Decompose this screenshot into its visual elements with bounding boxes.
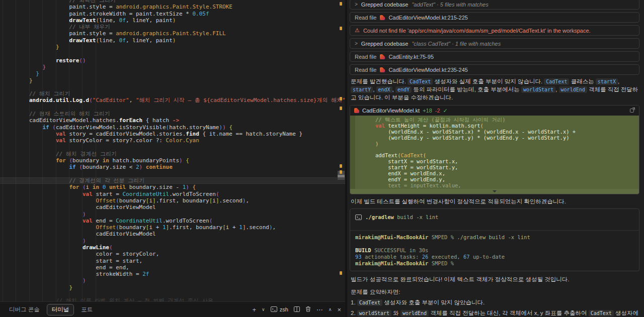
tool-row-warning[interactable]: ⚠Could not find file 'app/src/main/java/… (350, 25, 639, 36)
panel-tab-item[interactable]: 포트 (76, 304, 98, 315)
code-line: strokeWidth = 2f (3, 271, 345, 277)
diff-code-line: ) (350, 141, 639, 147)
code-line: Offset(boundary[i].first, boundary[i].se… (3, 197, 345, 204)
code-line: // 해치 경계선 그리기 (3, 151, 345, 157)
code-line: end = end, (3, 264, 345, 271)
vscode-window: // 외곽선 그리기 paint.style = android.graphic… (0, 0, 644, 317)
kotlin-file-icon (354, 108, 359, 113)
chevron-right-icon: > (355, 2, 358, 7)
tool-row-read-file[interactable]: Read fileCadEntity.kt:75-95 (350, 51, 639, 62)
inline-code-chip: endY (395, 86, 412, 93)
overview-warning-marker (340, 170, 342, 174)
panel-tabs: 디버그 콘솔터미널포트 (4, 304, 100, 315)
code-line: // 해치 이름 라벨 위치 계산 — 첫 번째 경계선 중심 사용 (3, 297, 345, 301)
inline-code-chip: worldStart (521, 86, 555, 93)
trash-icon[interactable] (305, 306, 311, 313)
inline-code-chip: worldStart (357, 310, 391, 316)
code-line: drawText(line, 0f, lineY, paint) (3, 37, 345, 44)
chevron-down-icon[interactable]: ∨ (262, 307, 265, 312)
terminal-command-row[interactable]: ./gradlew build -x lint (350, 209, 639, 230)
plus-icon[interactable]: + (253, 306, 257, 313)
overview-warning-marker (340, 27, 342, 30)
inline-code-chip: startX (596, 78, 618, 85)
file-reference[interactable]: CadEditorViewModel.kt:215-225 (388, 15, 468, 21)
bottom-panel-bar: 디버그 콘솔터미널포트 +∨zsh⋯∧× (0, 301, 345, 317)
code-line: } (3, 44, 345, 50)
tool-detail: "addText" · 5 files with matches (412, 2, 488, 8)
diff-block: CadEditorViewModel.kt+18-2✓ // 텍스트 높이 계산… (350, 105, 639, 194)
code-line: cadEditorViewModel (3, 231, 345, 237)
terminal-output-line: 93 actionable tasks: 26 executed, 67 up-… (355, 254, 634, 260)
code-line: paint.style = android.graphics.Paint.Sty… (3, 4, 345, 10)
inline-code-chip: endX (376, 86, 392, 93)
terminal-output-line (355, 241, 634, 247)
tool-row-grep[interactable]: >Grepped codebase"class CadText" · 1 fil… (350, 38, 639, 49)
kotlin-file-icon (380, 15, 385, 20)
terminal-output-line: mirakim@MIui-MacBookAir SMPED % (355, 260, 634, 267)
assistant-message-text: 문제를 발견했습니다. CadText 생성자와 실제 호출 부분이 맞지 않습… (351, 77, 638, 101)
tool-row-read-file[interactable]: Read fileCadEditorViewModel.kt:235-245 (350, 64, 639, 75)
diff-removed-count: -2 (435, 108, 440, 114)
file-reference[interactable]: CadEntity.kt:75-95 (388, 54, 434, 60)
code-line: paint.style = android.graphics.Paint.Sty… (3, 30, 345, 37)
terminal-output-line: mirakim@MIui-MacBookAir SMPED % ./gradle… (355, 234, 634, 241)
diff-header[interactable]: CadEditorViewModel.kt+18-2✓ (350, 105, 639, 116)
kotlin-file-icon (380, 54, 385, 59)
code-line: // 내부 채우기 (3, 24, 345, 30)
tool-detail: "class CadText" · 1 file with matches (412, 41, 501, 47)
ellipsis-icon[interactable]: ⋯ (316, 306, 323, 313)
editor-scrollbar[interactable] (337, 0, 345, 301)
code-line: cadEditorViewModel (3, 204, 345, 210)
code-line (3, 104, 345, 111)
overview-warning-marker (340, 2, 342, 6)
code-editor[interactable]: // 외곽선 그리기 paint.style = android.graphic… (0, 0, 345, 301)
editor-code: // 외곽선 그리기 paint.style = android.graphic… (3, 0, 345, 301)
inline-code-chip: CadText (357, 299, 382, 306)
code-line: } (3, 284, 345, 291)
terminal-icon[interactable] (271, 306, 277, 313)
tool-row-grep[interactable]: >Grepped codebase"addText" · 5 files wit… (350, 0, 639, 10)
close-icon[interactable]: × (337, 306, 341, 313)
read-file-label: Read file (355, 54, 376, 60)
diff-expand-chevron[interactable] (350, 189, 639, 194)
code-line: start = start, (3, 258, 345, 264)
chat-panel: >Grepped codebase"addText" · 5 files wit… (347, 0, 644, 317)
code-line: drawLine( (3, 244, 345, 251)
diff-code-line: (worldEnd.y - worldStart.y) * (worldEnd.… (350, 135, 639, 141)
code-line (3, 84, 345, 90)
tool-title: Grepped codebase (361, 41, 409, 47)
read-file-label: Read file (355, 15, 376, 21)
overview-warning-marker (340, 97, 342, 100)
tool-row-read-file[interactable]: Read fileCadEditorViewModel.kt:215-225 (350, 12, 639, 23)
panel-tab-item[interactable]: 디버그 콘솔 (4, 304, 45, 315)
assistant-message-text: 문제를 요약하자면: (351, 288, 638, 296)
assistant-message-text: 1. CadText 생성자와 호출 부분이 맞지 않았습니다. (351, 298, 638, 307)
diff-filename: CadEditorViewModel.kt (362, 108, 420, 114)
terminal-profile-label: zsh (280, 306, 288, 312)
code-line: paint.strokeWidth = paint.textSize * 0.0… (3, 11, 345, 17)
terminal-output-line: BUILD SUCCESSFUL in 30s (355, 247, 634, 254)
assistant-message-text: 2. worldStart 와 worldEnd 객체를 직접 전달하는 대신,… (351, 309, 638, 317)
chevron-right-icon: > (355, 41, 358, 46)
split-editor-icon[interactable] (294, 306, 300, 313)
assistant-message-text: 빌드가 성공적으로 완료되었습니다! 이제 텍스트 객체가 정상적으로 생성될 … (351, 275, 638, 284)
diff-added-lines: // 텍스트 높이 계산 (끝점과 시작점 사이의 거리) val textHe… (350, 116, 639, 189)
inline-code-chip: worldEnd (400, 310, 429, 316)
file-reference[interactable]: CadEditorViewModel.kt:235-245 (388, 67, 468, 73)
terminal-command: ./gradlew build -x lint (365, 214, 438, 221)
chevron-up-icon[interactable]: ∧ (329, 307, 332, 312)
open-diff-icon[interactable] (630, 108, 635, 114)
code-line: val end = CoordinateUtil.worldToScreen( (3, 218, 345, 224)
code-line: color = storyColor, (3, 251, 345, 257)
read-file-label: Read file (355, 67, 376, 73)
panel-actions: +∨zsh⋯∧× (253, 306, 342, 313)
diff-applied-check-icon: ✓ (443, 108, 448, 114)
diff-added-count: +18 (423, 108, 432, 114)
tool-title: Grepped codebase (361, 2, 409, 8)
terminal-icon (355, 213, 362, 222)
panel-tab-terminal-active[interactable]: 터미널 (47, 304, 74, 315)
inline-code-chip: CadText (589, 310, 614, 316)
diff-code-line: text = inputText.value, (350, 183, 639, 189)
warning-icon: ⚠ (355, 27, 360, 34)
warning-text: Could not find file 'app/src/main/java/c… (363, 28, 591, 34)
